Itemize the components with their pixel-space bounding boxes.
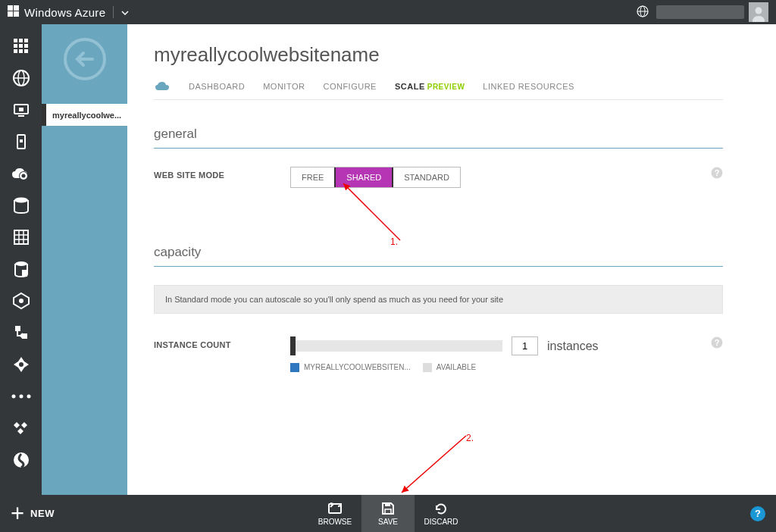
discard-button[interactable]: DISCARD	[415, 495, 468, 532]
all-items-icon[interactable]	[7, 32, 36, 61]
svg-point-27	[21, 174, 25, 178]
capacity-info: In Standard mode you can autoscale so yo…	[154, 285, 723, 314]
instance-count-input[interactable]	[512, 336, 538, 355]
help-button[interactable]: ?	[750, 506, 765, 521]
svg-rect-1	[14, 5, 19, 11]
new-button[interactable]: + NEW	[0, 495, 65, 532]
legend-swatch-site	[290, 363, 299, 372]
svg-rect-13	[24, 44, 28, 48]
mode-label: WEB SITE MODE	[154, 167, 290, 180]
database-icon[interactable]: DB	[7, 191, 36, 220]
help-icon[interactable]: ?	[711, 167, 723, 181]
svg-point-40	[19, 362, 23, 367]
mode-toggle: FREE SHARED STANDARD	[290, 167, 461, 188]
svg-text:DB: DB	[17, 203, 24, 208]
svg-point-41	[11, 395, 15, 399]
mobile-icon[interactable]	[7, 127, 36, 156]
service-bus-icon[interactable]	[7, 318, 36, 347]
context-column: myreallycoolwe...	[42, 24, 127, 495]
svg-point-35	[15, 261, 27, 266]
svg-rect-3	[14, 11, 19, 17]
browse-button[interactable]: BROWSE	[308, 495, 361, 532]
svg-rect-9	[19, 39, 23, 42]
instance-slider[interactable]	[290, 340, 502, 352]
bottom-bar: + NEW BROWSE SAVE DISCARD ?	[0, 495, 776, 532]
settings-alt-icon[interactable]	[7, 446, 36, 474]
mode-option-free[interactable]: FREE	[291, 167, 334, 187]
windows-logo-icon	[8, 5, 20, 20]
page-title: myreallycoolwebsitename	[154, 43, 723, 67]
svg-rect-38	[15, 326, 20, 331]
main-content: myreallycoolwebsitename DASHBOARD MONITO…	[127, 24, 776, 495]
svg-point-43	[27, 395, 30, 399]
svg-rect-15	[19, 49, 23, 53]
svg-rect-21	[19, 108, 23, 111]
left-rail: DB	[0, 24, 42, 495]
svg-rect-11	[14, 44, 17, 48]
svg-rect-36	[22, 270, 27, 277]
mode-option-standard[interactable]: STANDARD	[393, 167, 460, 187]
tab-scale[interactable]: SCALEPREVIEW	[395, 82, 465, 91]
globe-icon[interactable]	[637, 5, 649, 20]
websites-icon[interactable]	[7, 64, 36, 92]
divider	[113, 6, 114, 18]
site-tab-label: myreallycoolwe...	[52, 111, 121, 120]
legend-swatch-available	[423, 363, 432, 372]
media-icon[interactable]	[7, 286, 36, 315]
cloud-icon	[154, 80, 171, 92]
cloud-services-icon[interactable]	[7, 159, 36, 188]
svg-point-37	[19, 299, 23, 303]
slider-legend: MYREALLYCOOLWEBSITEN... AVAILABLE	[290, 363, 599, 372]
addons-icon[interactable]	[7, 414, 36, 443]
svg-rect-0	[8, 5, 13, 11]
svg-point-42	[19, 395, 23, 399]
svg-text:?: ?	[715, 338, 720, 347]
svg-point-7	[756, 8, 762, 14]
svg-rect-14	[14, 49, 17, 53]
tab-linked-resources[interactable]: LINKED RESOURCES	[483, 82, 574, 91]
instance-count-label: INSTANCE COUNT	[154, 336, 290, 349]
storage-icon[interactable]	[7, 223, 36, 252]
svg-text:?: ?	[715, 168, 720, 177]
tab-dashboard[interactable]: DASHBOARD	[189, 82, 245, 91]
mode-option-shared[interactable]: SHARED	[334, 167, 393, 187]
save-icon	[381, 502, 395, 515]
svg-rect-16	[24, 49, 28, 53]
plus-icon: +	[11, 502, 24, 525]
tab-monitor[interactable]: MONITOR	[263, 82, 305, 91]
new-button-label: NEW	[30, 508, 55, 519]
browse-icon	[327, 502, 343, 515]
account-name[interactable]	[656, 5, 744, 19]
section-capacity-heading: capacity	[154, 245, 723, 267]
svg-rect-10	[24, 39, 28, 42]
vm-icon[interactable]	[7, 95, 36, 124]
chevron-down-icon[interactable]	[121, 8, 129, 17]
svg-rect-12	[19, 44, 23, 48]
save-button[interactable]: SAVE	[361, 495, 415, 532]
network-icon[interactable]	[7, 350, 36, 379]
site-tab-selected[interactable]: myreallycoolwe...	[42, 104, 127, 126]
svg-point-28	[14, 198, 28, 203]
section-general-heading: general	[154, 127, 723, 149]
back-button[interactable]	[64, 38, 106, 80]
avatar-icon[interactable]	[749, 2, 768, 22]
help-icon[interactable]: ?	[711, 336, 723, 351]
traffic-icon[interactable]	[7, 382, 36, 411]
svg-rect-2	[8, 11, 13, 17]
svg-rect-53	[385, 503, 390, 506]
svg-rect-8	[14, 39, 17, 42]
tab-configure[interactable]: CONFIGURE	[323, 82, 377, 91]
top-bar: Windows Azure	[0, 0, 776, 24]
svg-rect-30	[14, 230, 28, 244]
svg-rect-24	[20, 139, 23, 142]
brand-label: Windows Azure	[24, 6, 105, 19]
discard-icon	[434, 502, 448, 515]
tabs: DASHBOARD MONITOR CONFIGURE SCALEPREVIEW…	[154, 80, 723, 100]
slider-handle[interactable]	[290, 336, 296, 355]
instances-unit-label: instances	[547, 340, 599, 353]
hd-icon[interactable]	[7, 255, 36, 283]
